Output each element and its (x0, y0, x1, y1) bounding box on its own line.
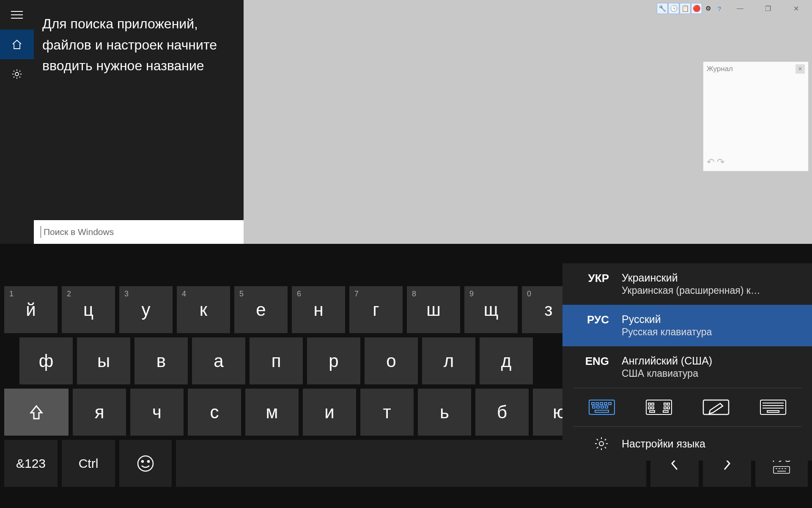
search-sidebar (0, 0, 34, 244)
tool-icon-1[interactable]: 🔧 (657, 3, 668, 14)
key-д[interactable]: д (480, 337, 533, 384)
svg-rect-19 (593, 406, 595, 408)
maximize-button[interactable]: ❐ (755, 2, 781, 15)
key-ч[interactable]: ч (130, 389, 184, 436)
language-name: Английский (США) (622, 355, 799, 367)
search-body: Для поиска приложений, файлов и настроек… (34, 0, 244, 244)
language-layout: Украинская (расширенная) к… (622, 285, 799, 296)
key-ф[interactable]: ф (19, 337, 73, 384)
history-close-button[interactable]: × (796, 64, 805, 74)
svg-rect-21 (601, 406, 604, 408)
search-input-wrap (34, 220, 244, 244)
keyboard-type-handwriting[interactable] (701, 398, 731, 417)
gear-icon (575, 436, 609, 451)
key-н[interactable]: 6н (292, 286, 345, 333)
svg-point-41 (599, 442, 604, 446)
language-item-eng[interactable]: ENGАнглийский (США)США клавиатура (562, 346, 812, 388)
key-б[interactable]: б (475, 389, 529, 436)
key-й[interactable]: 1й (4, 286, 58, 333)
home-button[interactable] (0, 30, 34, 59)
svg-rect-40 (767, 411, 779, 412)
svg-rect-33 (650, 411, 655, 412)
shift-key[interactable] (4, 389, 69, 436)
language-code: РУС (575, 313, 609, 326)
history-back-icon[interactable]: ↶ (707, 157, 714, 168)
language-layout: США клавиатура (622, 368, 799, 379)
menu-button[interactable] (0, 0, 34, 30)
key-к[interactable]: 4к (177, 286, 230, 333)
tool-icon-color[interactable]: 🔴 (691, 3, 702, 14)
toolbar-icons: 🔧 🕓 📋 🔴 ⚙ ? (657, 3, 725, 14)
key-р[interactable]: р (307, 337, 360, 384)
language-name: Украинский (622, 272, 799, 284)
svg-point-4 (138, 456, 153, 471)
svg-point-3 (15, 72, 19, 76)
key-о[interactable]: о (365, 337, 418, 384)
key-т[interactable]: т (360, 389, 414, 436)
key-ь[interactable]: ь (418, 389, 471, 436)
svg-rect-20 (597, 406, 599, 408)
emoji-key[interactable] (119, 440, 172, 487)
tool-icon-help[interactable]: ? (714, 3, 725, 14)
svg-rect-27 (664, 403, 666, 405)
svg-rect-30 (652, 407, 654, 409)
svg-point-5 (142, 461, 143, 462)
svg-rect-26 (652, 403, 654, 405)
key-е[interactable]: 5е (234, 286, 288, 333)
tool-icon-clock[interactable]: 🕓 (668, 3, 679, 14)
minimize-button[interactable]: — (727, 2, 753, 15)
svg-rect-28 (667, 403, 669, 405)
search-input[interactable] (41, 226, 237, 238)
key-в[interactable]: в (134, 337, 188, 384)
history-forward-icon[interactable]: ↷ (717, 157, 724, 168)
symbols-key[interactable]: &123 (4, 440, 58, 487)
settings-button[interactable] (0, 59, 34, 89)
language-code: УКР (575, 272, 609, 285)
keyboard-type-split[interactable] (644, 398, 674, 417)
touch-keyboard: 1й2ц3у4к5е6н7г8ш9щ0з фывапролд ячсмитьбю… (0, 244, 812, 508)
key-щ[interactable]: 9щ (464, 286, 518, 333)
language-settings-button[interactable]: Настройки языка (562, 427, 812, 461)
svg-rect-17 (604, 403, 607, 405)
svg-rect-25 (648, 403, 650, 405)
key-ш[interactable]: 8ш (407, 286, 460, 333)
history-nav: ↶ ↷ (707, 157, 724, 168)
key-п[interactable]: п (250, 337, 303, 384)
key-ц[interactable]: 2ц (62, 286, 115, 333)
keyboard-types (562, 388, 812, 426)
key-и[interactable]: и (303, 389, 356, 436)
language-item-укр[interactable]: УКРУкраинскийУкраинская (расширенная) к… (562, 263, 812, 305)
language-name: Русский (622, 313, 799, 326)
language-item-рус[interactable]: РУСРусскийРусская клавиатура (562, 305, 812, 346)
svg-point-6 (148, 461, 149, 462)
history-panel: Журнал × ↶ ↷ (703, 61, 809, 171)
key-а[interactable]: а (192, 337, 245, 384)
svg-rect-34 (663, 411, 668, 412)
key-г[interactable]: 7г (349, 286, 403, 333)
svg-rect-22 (605, 406, 608, 408)
svg-rect-31 (664, 407, 666, 409)
keyboard-type-full[interactable] (758, 398, 788, 417)
svg-rect-15 (596, 403, 598, 405)
search-hint: Для поиска приложений, файлов и настроек… (42, 14, 231, 77)
tool-icon-copy[interactable]: 📋 (680, 3, 691, 14)
key-у[interactable]: 3у (119, 286, 173, 333)
svg-rect-16 (600, 403, 603, 405)
close-button[interactable]: ✕ (783, 2, 809, 15)
ctrl-key[interactable]: Ctrl (62, 440, 115, 487)
key-ы[interactable]: ы (77, 337, 130, 384)
window-titlebar: 🔧 🕓 📋 🔴 ⚙ ? — ❐ ✕ (657, 0, 812, 17)
tool-icon-gear[interactable]: ⚙ (702, 3, 713, 14)
language-popup: УКРУкраинскийУкраинская (расширенная) к…… (562, 263, 812, 461)
language-code: ENG (575, 355, 609, 368)
svg-rect-32 (667, 407, 669, 409)
key-м[interactable]: м (245, 389, 299, 436)
key-л[interactable]: л (422, 337, 475, 384)
key-с[interactable]: с (188, 389, 241, 436)
language-settings-label: Настройки языка (622, 438, 705, 450)
search-panel: Для поиска приложений, файлов и настроек… (0, 0, 244, 244)
key-я[interactable]: я (73, 389, 126, 436)
svg-rect-35 (703, 400, 729, 414)
language-layout: Русская клавиатура (622, 326, 799, 338)
keyboard-type-standard[interactable] (587, 398, 617, 417)
